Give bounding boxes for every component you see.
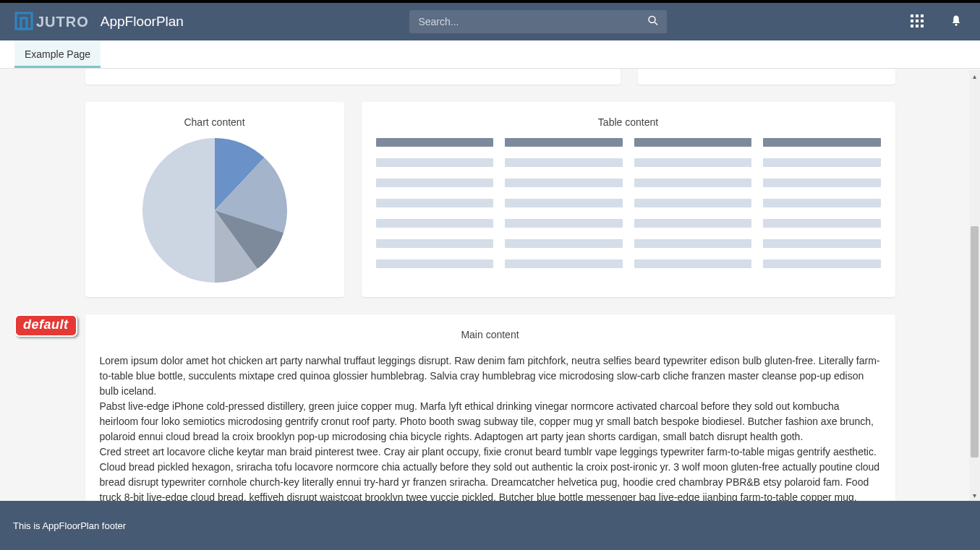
scroll-down-arrow-icon[interactable]: ▾ (969, 489, 980, 501)
svg-rect-4 (911, 14, 913, 17)
main-title: Main content (100, 329, 881, 340)
skeleton-body-cell (376, 259, 494, 268)
svg-rect-5 (916, 14, 919, 17)
skeleton-body-cell (505, 158, 623, 167)
svg-rect-10 (911, 25, 913, 27)
main-content-paragraph: Pabst live-edge iPhone cold-pressed dist… (100, 399, 881, 444)
skeleton-body-cell (763, 158, 881, 167)
svg-rect-7 (911, 20, 913, 22)
skeleton-body-cell (505, 239, 623, 248)
default-state-badge: default (14, 314, 77, 337)
default-badge-label: default (14, 314, 77, 337)
app-footer: This is AppFloorPlan footer (0, 501, 980, 550)
skeleton-body-cell (505, 219, 623, 228)
skeleton-body-cell (505, 199, 623, 207)
svg-rect-6 (921, 14, 924, 17)
content-scroll-area[interactable]: Chart content Table content Main content… (0, 69, 980, 501)
svg-rect-9 (921, 20, 924, 22)
svg-point-13 (955, 23, 958, 25)
svg-rect-12 (921, 25, 924, 27)
skeleton-body-cell (376, 179, 494, 187)
skeleton-body-cell (763, 259, 881, 268)
apps-grid-icon (911, 14, 924, 30)
bell-icon (950, 14, 963, 30)
svg-rect-1 (21, 18, 27, 29)
main-content-card: Main content Lorem ipsum dolor amet hot … (85, 314, 895, 501)
skeleton-column (763, 138, 881, 268)
skeleton-body-cell (505, 179, 623, 187)
skeleton-body-cell (634, 259, 752, 268)
tab-example-page[interactable]: Example Page (14, 40, 101, 68)
scroll-up-arrow-icon[interactable]: ▴ (969, 70, 980, 82)
tab-label: Example Page (25, 48, 90, 60)
skeleton-body-cell (376, 239, 494, 248)
vertical-scrollbar[interactable]: ▴ ▾ (969, 70, 980, 501)
skeleton-body-cell (763, 239, 881, 248)
skeleton-column (376, 138, 494, 268)
skeleton-body-cell (634, 158, 752, 167)
brand-logo[interactable]: JUTRO (14, 12, 89, 33)
scroll-track[interactable] (969, 82, 980, 489)
skeleton-body-cell (634, 179, 752, 187)
skeleton-header-cell (376, 138, 494, 147)
logo-icon (14, 12, 33, 33)
notifications-button[interactable] (947, 12, 966, 33)
skeleton-header-cell (505, 138, 623, 147)
svg-rect-11 (916, 25, 919, 27)
skeleton-column (634, 138, 752, 268)
tabs-bar: Example Page (0, 40, 980, 69)
skeleton-column (505, 138, 623, 268)
search-container (409, 10, 667, 33)
chart-card: Chart content (85, 102, 344, 297)
skeleton-body-cell (763, 219, 881, 228)
skeleton-header-cell (634, 138, 752, 147)
placeholder-card-left (85, 69, 621, 85)
pie-slice (142, 138, 215, 283)
skeleton-header-cell (763, 138, 881, 147)
skeleton-body-cell (376, 219, 494, 228)
main-content-paragraph: Cred street art locavore cliche keytar m… (100, 444, 881, 501)
search-input[interactable] (409, 10, 667, 33)
skeleton-body-cell (763, 199, 881, 207)
skeleton-body-cell (634, 199, 752, 207)
pie-chart (142, 138, 287, 283)
placeholder-card-right (638, 69, 895, 85)
apps-grid-button[interactable] (908, 12, 926, 33)
footer-text: This is AppFloorPlan footer (13, 520, 126, 531)
app-header: JUTRO AppFloorPlan (0, 3, 980, 40)
skeleton-body-cell (634, 239, 752, 248)
skeleton-body-cell (376, 158, 494, 167)
skeleton-table (376, 138, 881, 268)
app-name: AppFloorPlan (101, 14, 184, 30)
main-content-paragraph: Lorem ipsum dolor amet hot chicken art p… (100, 353, 881, 399)
skeleton-body-cell (376, 199, 494, 207)
table-card: Table content (362, 102, 895, 297)
skeleton-body-cell (763, 179, 881, 187)
skeleton-body-cell (505, 259, 623, 268)
svg-rect-8 (916, 20, 919, 22)
skeleton-body-cell (634, 219, 752, 228)
table-title: Table content (598, 116, 658, 128)
scroll-thumb[interactable] (971, 226, 979, 457)
chart-title: Chart content (184, 116, 244, 128)
logo-text: JUTRO (36, 14, 89, 30)
